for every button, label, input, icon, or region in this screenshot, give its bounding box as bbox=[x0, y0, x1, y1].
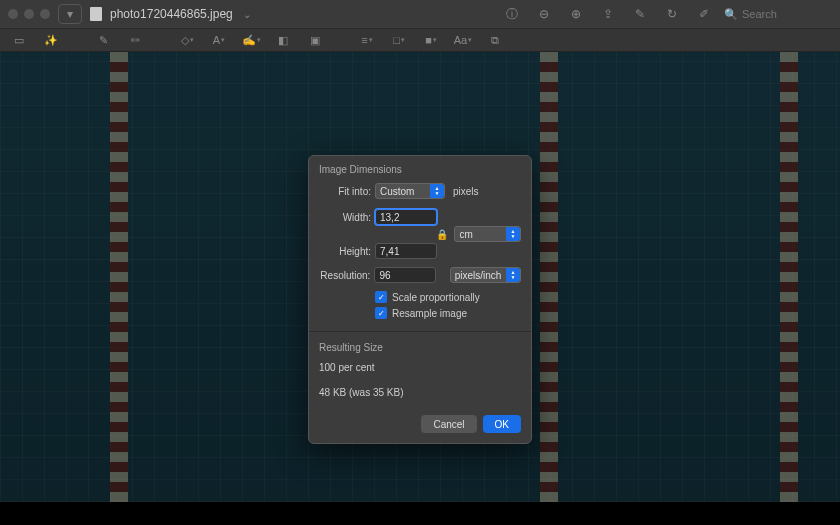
resolution-unit-value: pixels/inch bbox=[455, 270, 502, 281]
titlebar: ▾ photo1720446865.jpeg ⌄ ⓘ ⊖ ⊕ ⇪ ✎ ↻ ✐ 🔍 bbox=[0, 0, 840, 28]
resample-image-label: Resample image bbox=[392, 308, 467, 319]
select-arrows-icon: ▲▼ bbox=[506, 227, 520, 241]
adjust-size-tool[interactable]: ▣ bbox=[306, 32, 324, 48]
share-button[interactable]: ⇪ bbox=[596, 4, 620, 24]
image-dimensions-dialog: Image Dimensions Fit into: Custom ▲▼ pix… bbox=[308, 155, 532, 444]
checkbox-checked-icon: ✓ bbox=[375, 307, 387, 319]
fit-into-label: Fit into: bbox=[319, 186, 371, 197]
document-icon bbox=[90, 7, 102, 21]
letterbox-bottom bbox=[0, 502, 840, 525]
shapes-tool[interactable]: ◇ bbox=[178, 32, 196, 48]
highlight-button[interactable]: ✎ bbox=[628, 4, 652, 24]
scale-proportionally-checkbox[interactable]: ✓ Scale proportionally bbox=[375, 289, 521, 305]
resolution-input[interactable]: 96 bbox=[374, 267, 435, 283]
fit-into-select[interactable]: Custom ▲▼ bbox=[375, 183, 445, 199]
zoom-in-button[interactable]: ⊕ bbox=[564, 4, 588, 24]
dimension-unit-select[interactable]: cm ▲▼ bbox=[454, 226, 521, 242]
search-field[interactable]: 🔍 bbox=[724, 8, 832, 21]
minimize-window-button[interactable] bbox=[24, 9, 34, 19]
fill-color-tool[interactable]: ■ bbox=[422, 32, 440, 48]
document-title: photo1720446865.jpeg bbox=[110, 7, 233, 21]
divider bbox=[309, 331, 531, 332]
fit-into-value: Custom bbox=[380, 186, 414, 197]
window-controls bbox=[8, 9, 50, 19]
sketch-tool[interactable]: ✎ bbox=[94, 32, 112, 48]
fit-into-unit: pixels bbox=[453, 186, 479, 197]
width-label: Width: bbox=[319, 212, 371, 223]
width-value: 13,2 bbox=[380, 212, 399, 223]
select-arrows-icon: ▲▼ bbox=[506, 268, 520, 282]
height-input[interactable]: 7,41 bbox=[375, 243, 437, 259]
checkbox-checked-icon: ✓ bbox=[375, 291, 387, 303]
font-style-tool[interactable]: Aa bbox=[454, 32, 472, 48]
dimension-unit-value: cm bbox=[459, 229, 472, 240]
select-arrows-icon: ▲▼ bbox=[430, 184, 444, 198]
cancel-button[interactable]: Cancel bbox=[421, 415, 476, 433]
height-label: Height: bbox=[319, 246, 371, 257]
rotate-button[interactable]: ↻ bbox=[660, 4, 684, 24]
height-value: 7,41 bbox=[380, 246, 399, 257]
sidebar-toggle-button[interactable]: ▾ bbox=[58, 4, 82, 24]
width-input[interactable]: 13,2 bbox=[375, 209, 437, 225]
scale-proportionally-label: Scale proportionally bbox=[392, 292, 480, 303]
search-input[interactable] bbox=[742, 8, 832, 20]
draw-tool[interactable]: ✏ bbox=[126, 32, 144, 48]
image-description-tool[interactable]: ⧉ bbox=[486, 32, 504, 48]
selection-tool[interactable]: ▭ bbox=[10, 32, 28, 48]
search-icon: 🔍 bbox=[724, 8, 738, 21]
zoom-out-button[interactable]: ⊖ bbox=[532, 4, 556, 24]
info-button[interactable]: ⓘ bbox=[500, 4, 524, 24]
resulting-percent: 100 per cent bbox=[319, 362, 521, 373]
resample-image-checkbox[interactable]: ✓ Resample image bbox=[375, 305, 521, 321]
resolution-value: 96 bbox=[379, 270, 390, 281]
app-window: ▾ photo1720446865.jpeg ⌄ ⓘ ⊖ ⊕ ⇪ ✎ ↻ ✐ 🔍… bbox=[0, 0, 840, 525]
lock-aspect-icon[interactable]: 🔒 bbox=[434, 229, 450, 240]
title-dropdown-icon[interactable]: ⌄ bbox=[243, 9, 251, 20]
instant-alpha-tool[interactable]: ✨ bbox=[42, 32, 60, 48]
text-tool[interactable]: A bbox=[210, 32, 228, 48]
close-window-button[interactable] bbox=[8, 9, 18, 19]
resolution-unit-select[interactable]: pixels/inch ▲▼ bbox=[450, 267, 521, 283]
resulting-filesize: 48 KB (was 35 KB) bbox=[319, 387, 521, 398]
dialog-title: Image Dimensions bbox=[309, 156, 531, 179]
border-color-tool[interactable]: □ bbox=[390, 32, 408, 48]
sign-tool[interactable]: ✍ bbox=[242, 32, 260, 48]
resolution-label: Resolution: bbox=[319, 270, 370, 281]
adjust-color-tool[interactable]: ◧ bbox=[274, 32, 292, 48]
markup-toolbar: ▭ ✨ ✎ ✏ ◇ A ✍ ◧ ▣ ≡ □ ■ Aa ⧉ bbox=[0, 28, 840, 52]
markup-toggle-button[interactable]: ✐ bbox=[692, 4, 716, 24]
line-style-tool[interactable]: ≡ bbox=[358, 32, 376, 48]
resulting-size-title: Resulting Size bbox=[309, 336, 531, 355]
zoom-window-button[interactable] bbox=[40, 9, 50, 19]
ok-button[interactable]: OK bbox=[483, 415, 521, 433]
